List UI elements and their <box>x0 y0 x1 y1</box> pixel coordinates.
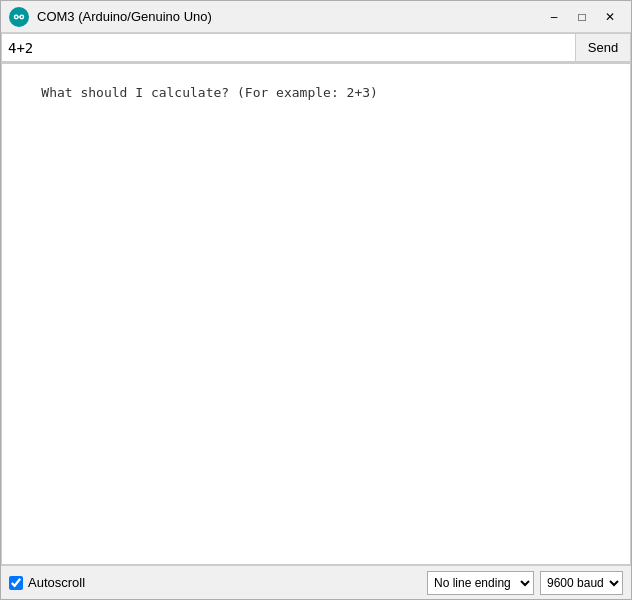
input-bar: Send <box>1 33 631 63</box>
autoscroll-checkbox[interactable] <box>9 576 23 590</box>
arduino-logo <box>9 7 29 27</box>
autoscroll-label: Autoscroll <box>28 575 85 590</box>
autoscroll-control: Autoscroll <box>9 575 85 590</box>
send-button[interactable]: Send <box>575 33 631 62</box>
close-button[interactable]: ✕ <box>597 6 623 28</box>
output-text: What should I calculate? (For example: 2… <box>41 85 378 100</box>
maximize-button[interactable]: □ <box>569 6 595 28</box>
status-bar: Autoscroll No line ending Newline Carria… <box>1 565 631 599</box>
arduino-serial-monitor-window: COM3 (Arduino/Genuino Uno) – □ ✕ Send Wh… <box>0 0 632 600</box>
window-controls: – □ ✕ <box>541 6 623 28</box>
minimize-button[interactable]: – <box>541 6 567 28</box>
status-right: No line ending Newline Carriage return B… <box>427 571 623 595</box>
svg-point-0 <box>14 15 18 19</box>
window-title: COM3 (Arduino/Genuino Uno) <box>37 9 541 24</box>
svg-point-1 <box>20 15 24 19</box>
serial-input[interactable] <box>1 33 575 62</box>
serial-output: What should I calculate? (For example: 2… <box>1 63 631 565</box>
line-ending-select[interactable]: No line ending Newline Carriage return B… <box>427 571 534 595</box>
baud-rate-select[interactable]: 300 1200 2400 4800 9600 baud 19200 38400… <box>540 571 623 595</box>
title-bar: COM3 (Arduino/Genuino Uno) – □ ✕ <box>1 1 631 33</box>
